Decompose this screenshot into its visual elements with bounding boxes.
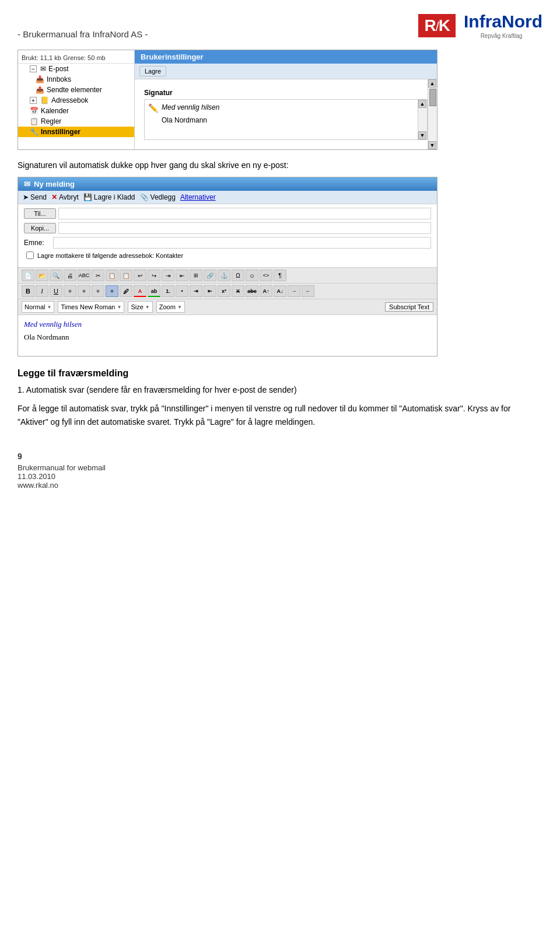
footer-title: Brukermanual for webmail: [18, 463, 542, 472]
newmsg-toolbar: ➤ Send ✕ Avbryt 💾 Lagre i Kladd 📎 Vedleg…: [18, 191, 437, 204]
kopi-button[interactable]: Kopi...: [24, 223, 56, 233]
ordered-list-btn[interactable]: 1.: [162, 285, 174, 297]
print-btn[interactable]: 🖨: [64, 270, 76, 281]
footer: 9 Brukermanual for webmail 11.03.2010 ww…: [18, 452, 542, 490]
font-dropdown[interactable]: Times New Roman ▼: [58, 301, 124, 313]
sidebar-item-innboks[interactable]: 📥 Innboks: [18, 74, 134, 85]
emoji-btn[interactable]: ☺: [246, 270, 258, 281]
cut-btn[interactable]: ✂: [92, 270, 104, 281]
increase-indent-btn[interactable]: ⇥: [190, 285, 202, 297]
sig-scroll-up[interactable]: ▲: [418, 100, 426, 108]
sent-icon: 📤: [36, 86, 44, 94]
bgcolor-btn[interactable]: ab: [148, 285, 160, 297]
source-btn[interactable]: <>: [260, 270, 272, 281]
scroll-up-arrow[interactable]: ▲: [428, 79, 436, 88]
signatur-label: Signatur: [144, 89, 428, 97]
til-row: Til...: [24, 208, 431, 219]
newmsg-form: Til... Kopi... Emne: Lagre mottakere til…: [18, 204, 437, 267]
symbol-btn[interactable]: Ω: [232, 270, 244, 281]
highlight-btn[interactable]: 🖊: [120, 285, 132, 297]
decrease-indent-btn[interactable]: ⇤: [204, 285, 216, 297]
sidebar-header: Brukt: 11,1 kb Grense: 50 mb: [18, 53, 134, 64]
sidebar-item-regler[interactable]: 📋 Regler: [18, 116, 134, 127]
strikethrough-btn[interactable]: X: [232, 285, 244, 297]
fontcolor-btn[interactable]: A: [134, 285, 146, 297]
size-dropdown-arrow: ▼: [145, 305, 150, 310]
size-value: Size: [131, 303, 143, 310]
til-button[interactable]: Til...: [24, 208, 56, 219]
anchor-btn[interactable]: ⚓: [218, 270, 230, 281]
indent-btn[interactable]: ⇥: [162, 270, 174, 281]
tree-expand-adressebok[interactable]: +: [30, 97, 37, 104]
sig-scroll-down[interactable]: ▼: [418, 131, 426, 139]
x-icon: ✕: [51, 193, 57, 201]
scrollbar[interactable]: ▲ ▼: [428, 79, 437, 149]
sidebar-label-innstillinger: Innstillinger: [41, 128, 80, 136]
open-btn[interactable]: 📂: [36, 270, 48, 281]
sidebar-item-adressebok[interactable]: + 📒 Adressebok: [18, 95, 134, 106]
newmsg-titlebar: ✉ Ny melding: [18, 177, 437, 191]
cancel-button[interactable]: ✕ Avbryt: [51, 193, 79, 201]
logo-rk-icon: R/K: [418, 14, 456, 37]
scroll-down-arrow[interactable]: ▼: [428, 141, 436, 149]
copy-btn[interactable]: 📋: [106, 270, 118, 281]
redo-btn[interactable]: ↪: [148, 270, 160, 281]
mail-client-screenshot: Brukt: 11,1 kb Grense: 50 mb − ✉ E-post …: [18, 50, 438, 150]
editor-body[interactable]: Med vennlig hilsen Ola Nordmann: [18, 315, 437, 356]
tree-expand-epost[interactable]: −: [30, 65, 37, 72]
mail-toolbar: Lagre: [135, 64, 437, 79]
logo-container: R/K InfraNord Repvåg Kraftlag: [418, 12, 542, 39]
fontsize-decrease-btn[interactable]: A↓: [274, 285, 286, 297]
search-btn[interactable]: 🔍: [50, 270, 62, 281]
sidebar-item-epost[interactable]: − ✉ E-post: [18, 64, 134, 74]
superscript-btn[interactable]: x²: [218, 285, 230, 297]
fontsize-increase-btn[interactable]: A↑: [260, 285, 272, 297]
vedlegg-button[interactable]: 📎 Vedlegg: [140, 193, 176, 201]
save-icon: 💾: [83, 193, 92, 201]
alternativer-label: Alternativer: [180, 193, 216, 201]
style-dropdown[interactable]: Normal ▼: [22, 301, 54, 313]
save-contacts-checkbox[interactable]: [26, 251, 34, 259]
signature-line2: Ola Nordmann: [162, 116, 219, 124]
zoom-value: Zoom: [159, 303, 176, 310]
kopi-input[interactable]: [58, 222, 431, 234]
align-center-btn[interactable]: ≡: [78, 285, 90, 297]
vedlegg-label: Vedlegg: [150, 193, 176, 201]
editor-toolbar-format: B I U ≡ ≡ ≡ ≡ 🖊 A ab 1. • ⇥ ⇤ x² X abc A…: [18, 284, 437, 299]
italic-btn[interactable]: I: [36, 285, 48, 297]
unordered-list-btn[interactable]: •: [176, 285, 188, 297]
alternativer-button[interactable]: Alternativer: [180, 193, 216, 201]
align-right-btn[interactable]: ≡: [92, 285, 104, 297]
justify-btn[interactable]: ≡: [106, 285, 118, 297]
ltr-btn[interactable]: →: [288, 285, 300, 297]
til-input[interactable]: [58, 208, 431, 219]
link-btn[interactable]: 🔗: [204, 270, 216, 281]
signatur-scrollbar[interactable]: ▲ ▼: [418, 100, 427, 139]
footer-website: www.rkal.no: [18, 481, 542, 490]
size-dropdown[interactable]: Size ▼: [128, 301, 152, 313]
sidebar-item-innstillinger[interactable]: 🔧 Innstillinger: [18, 127, 134, 137]
sidebar-item-sendte[interactable]: 📤 Sendte elementer: [18, 85, 134, 95]
footer-page-number: 9: [18, 452, 542, 461]
para-btn[interactable]: ¶: [274, 270, 286, 281]
outdent-btn[interactable]: ⇤: [176, 270, 188, 281]
sidebar-item-kalender[interactable]: 📅 Kalender: [18, 106, 134, 116]
newmsg-title: Ny melding: [34, 180, 75, 188]
new-doc-btn[interactable]: 📄: [22, 270, 34, 281]
paste-btn[interactable]: 📋: [120, 270, 132, 281]
save-kladd-button[interactable]: 💾 Lagre i Kladd: [83, 193, 135, 201]
rtl-btn[interactable]: ←: [302, 285, 314, 297]
remove-format-btn[interactable]: abc: [246, 285, 258, 297]
undo-btn[interactable]: ↩: [134, 270, 146, 281]
save-button[interactable]: Lagre: [139, 66, 166, 76]
bold-btn[interactable]: B: [22, 285, 34, 297]
table-btn[interactable]: ⊞: [190, 270, 202, 281]
underline-btn[interactable]: U: [50, 285, 62, 297]
page-header: - Brukermanual fra InfraNord AS - R/K In…: [18, 12, 542, 39]
send-button[interactable]: ➤ Send: [23, 193, 47, 201]
emne-input[interactable]: [53, 237, 431, 249]
scroll-thumb[interactable]: [429, 89, 436, 106]
align-left-btn[interactable]: ≡: [64, 285, 76, 297]
zoom-dropdown[interactable]: Zoom ▼: [156, 301, 185, 313]
spell-btn[interactable]: ABC: [78, 270, 90, 281]
